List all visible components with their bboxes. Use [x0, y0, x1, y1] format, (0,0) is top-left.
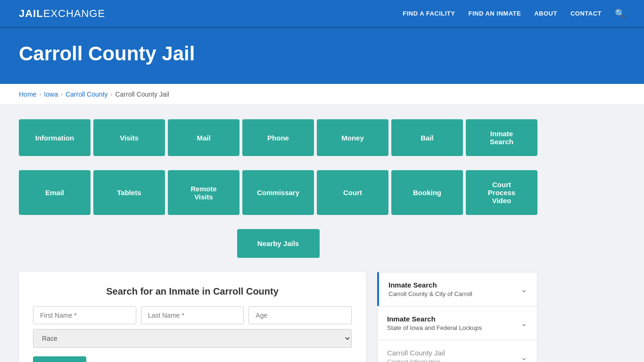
breadcrumb-home[interactable]: Home	[19, 90, 36, 98]
nav-find-inmate[interactable]: FIND AN INMATE	[468, 10, 521, 17]
btn-email[interactable]: Email	[19, 170, 91, 215]
sidebar: Inmate Search Carroll County & City of C…	[377, 272, 537, 362]
sidebar-sublabel-2: State of Iowa and Federal Lockups	[387, 324, 482, 331]
age-input[interactable]	[248, 306, 352, 324]
content-area: Search for an Inmate in Carroll County R…	[19, 272, 537, 362]
left-column: Search for an Inmate in Carroll County R…	[19, 272, 366, 362]
race-select[interactable]: Race White Black Hispanic Asian Other	[33, 329, 352, 348]
logo-jail: JAIL	[19, 8, 43, 19]
sidebar-item-text-1: Inmate Search Carroll County & City of C…	[388, 281, 472, 297]
first-name-input[interactable]	[33, 306, 136, 324]
sidebar-sublabel-3: Contact Information	[387, 358, 445, 362]
hero-section: Carroll County Jail	[0, 28, 644, 84]
header: JAILEXCHANGE FIND A FACILITY FIND AN INM…	[0, 0, 644, 28]
nav-contact[interactable]: CONTACT	[570, 10, 602, 17]
breadcrumb-sep-2: ›	[61, 91, 63, 98]
nav-buttons-grid: Information Visits Mail Phone Money Bail…	[19, 119, 537, 156]
breadcrumb-sep-3: ›	[110, 91, 112, 98]
last-name-input[interactable]	[141, 306, 244, 324]
sidebar-item-inmate-search-carroll[interactable]: Inmate Search Carroll County & City of C…	[377, 272, 537, 306]
btn-mail[interactable]: Mail	[168, 119, 239, 156]
page-title: Carroll County Jail	[19, 42, 625, 65]
nav-about[interactable]: ABOUT	[534, 10, 557, 17]
logo-exchange: EXCHANGE	[43, 8, 105, 19]
sidebar-sublabel-1: Carroll County & City of Carroll	[388, 290, 472, 297]
btn-tablets[interactable]: Tablets	[93, 170, 165, 215]
btn-nearby-jails[interactable]: Nearby Jails	[237, 229, 320, 258]
breadcrumb-iowa[interactable]: Iowa	[44, 90, 58, 98]
chevron-down-icon-2: ⌄	[520, 318, 528, 329]
btn-visits[interactable]: Visits	[93, 119, 165, 156]
search-icon[interactable]: 🔍	[615, 8, 625, 19]
chevron-down-icon-3: ⌄	[520, 352, 528, 362]
search-fields: Race White Black Hispanic Asian Other	[33, 306, 352, 348]
breadcrumb: Home › Iowa › Carroll County › Carroll C…	[19, 90, 625, 98]
main-content: Information Visits Mail Phone Money Bail…	[0, 105, 644, 362]
sidebar-label-3: Carroll County Jail	[387, 349, 445, 357]
sidebar-label-2: Inmate Search	[387, 315, 482, 323]
main-nav: FIND A FACILITY FIND AN INMATE ABOUT CON…	[403, 8, 625, 19]
btn-money[interactable]: Money	[317, 119, 388, 156]
sidebar-label-1: Inmate Search	[388, 281, 472, 289]
sidebar-item-inmate-search-iowa[interactable]: Inmate Search State of Iowa and Federal …	[377, 306, 537, 340]
breadcrumb-bar: Home › Iowa › Carroll County › Carroll C…	[0, 84, 644, 105]
nav-buttons-grid-row2: Email Tablets Remote Visits Commissary C…	[19, 170, 537, 215]
breadcrumb-carroll-county[interactable]: Carroll County	[66, 90, 107, 98]
breadcrumb-sep-1: ›	[39, 91, 41, 98]
inmate-search-panel: Search for an Inmate in Carroll County R…	[19, 272, 366, 362]
chevron-down-icon-1: ⌄	[520, 284, 528, 295]
btn-booking[interactable]: Booking	[391, 170, 463, 215]
btn-court-process-video[interactable]: Court Process Video	[466, 170, 537, 215]
sidebar-item-text-2: Inmate Search State of Iowa and Federal …	[387, 315, 482, 331]
sidebar-item-text-3: Carroll County Jail Contact Information	[387, 349, 445, 362]
logo[interactable]: JAILEXCHANGE	[19, 8, 105, 20]
btn-remote-visits[interactable]: Remote Visits	[168, 170, 239, 215]
btn-bail[interactable]: Bail	[391, 119, 463, 156]
btn-court[interactable]: Court	[317, 170, 388, 215]
btn-commissary[interactable]: Commissary	[242, 170, 314, 215]
nav-find-facility[interactable]: FIND A FACILITY	[403, 10, 455, 17]
btn-phone[interactable]: Phone	[242, 119, 314, 156]
nav-buttons-grid-row3: Nearby Jails	[19, 229, 537, 258]
search-title: Search for an Inmate in Carroll County	[33, 286, 352, 297]
search-button[interactable]: SEARCH	[33, 356, 86, 362]
sidebar-item-contact-info[interactable]: Carroll County Jail Contact Information …	[377, 340, 537, 362]
breadcrumb-current: Carroll County Jail	[115, 90, 169, 98]
btn-information[interactable]: Information	[19, 119, 91, 156]
btn-inmate-search[interactable]: Inmate Search	[466, 119, 537, 156]
